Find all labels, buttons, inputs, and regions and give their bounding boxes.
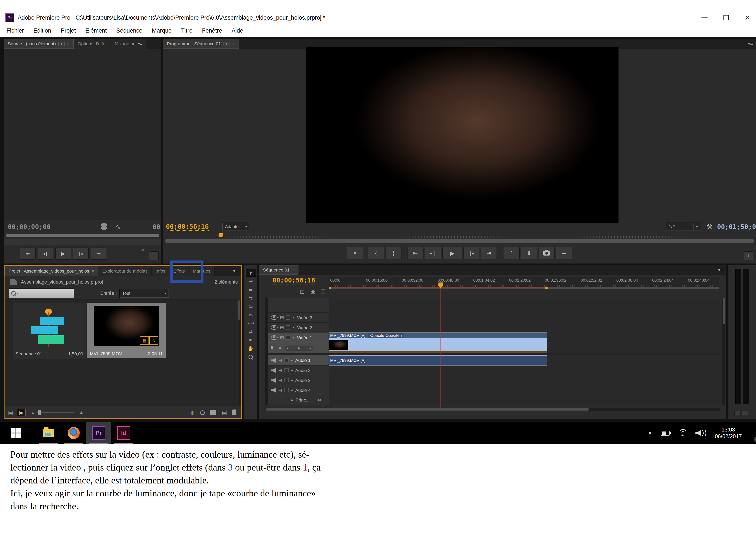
snap-toggle-icon[interactable]: ⊡	[300, 289, 305, 295]
track-lane-video-2[interactable]	[329, 323, 720, 333]
track-select-tool[interactable]: ⇥	[245, 277, 256, 285]
restore-button[interactable]	[723, 15, 729, 20]
track-lock-toggle[interactable]	[284, 378, 288, 382]
find-button[interactable]	[200, 410, 205, 415]
sequence-marker-icon[interactable]: ◉	[311, 289, 315, 295]
list-view-button[interactable]: ▤	[8, 409, 14, 416]
track-lock-toggle[interactable]	[286, 336, 290, 340]
tab-sequence-01[interactable]: Séquence 01 ×	[259, 265, 299, 275]
tab-infos[interactable]: Infos	[152, 266, 170, 276]
settings-wrench-icon[interactable]: ⚒	[706, 223, 712, 231]
track-lane-audio-4[interactable]	[329, 385, 720, 395]
sequence-tab-close-icon[interactable]: ×	[292, 268, 295, 272]
go-to-in-button[interactable]: ⇤	[20, 247, 36, 260]
razor-tool[interactable]: ✄	[245, 311, 256, 319]
toggle-track-output-icon[interactable]	[271, 378, 276, 383]
sync-lock-icon[interactable]: ⊟	[278, 368, 282, 373]
program-tab-close-icon[interactable]: ×	[232, 42, 235, 46]
project-item-clip[interactable]: ▦ ∿ MVI_7599.MOV 2:05:11	[87, 303, 166, 358]
step-back-button[interactable]: ◂❙	[425, 247, 441, 259]
go-to-in-button[interactable]: ⇤	[408, 247, 423, 259]
source-scrollbar[interactable]	[6, 234, 159, 237]
program-playhead-marker[interactable]	[219, 233, 223, 238]
toggle-track-output-icon[interactable]	[271, 315, 278, 320]
program-scrollbar[interactable]	[165, 239, 754, 242]
menu-projet[interactable]: Projet	[61, 27, 76, 34]
opacity-rubber-band[interactable]	[329, 341, 547, 341]
panel-menu-icon[interactable]: ▾≡	[138, 42, 143, 46]
timeline-ruler[interactable]: 00;00 00;00;16;00 00;00;32;00 00;00;48;0…	[329, 277, 719, 287]
timeline-v-scrollbar[interactable]	[722, 297, 725, 405]
sync-lock-icon[interactable]: ⊟	[280, 335, 284, 341]
taskbar-premiere[interactable]: Pr	[86, 422, 111, 444]
track-lock-toggle[interactable]	[286, 316, 290, 320]
tab-program[interactable]: Programme : Séquence 01 ▼ ×	[163, 39, 239, 49]
sync-lock-icon[interactable]: ⊟	[280, 315, 284, 321]
track-lock-toggle[interactable]	[284, 388, 288, 392]
timeline-video-clip[interactable]: MVI_7599.MOV [V] Opacité:Opacité ▾	[329, 332, 547, 353]
wifi-icon[interactable]	[678, 430, 687, 436]
menu-element[interactable]: Elément	[85, 27, 107, 34]
menu-aide[interactable]: Aide	[231, 27, 243, 34]
delete-button[interactable]	[232, 410, 236, 415]
slip-tool[interactable]: ⇤⇥	[245, 319, 256, 327]
timeline-audio-clip[interactable]: MVI_7599.MOV [A]	[329, 355, 547, 366]
track-header-video-3[interactable]: ⊟ ▸ Vidéo 3	[268, 313, 329, 323]
rolling-edit-tool[interactable]: ⇆	[245, 294, 256, 302]
track-lock-toggle[interactable]	[284, 358, 288, 362]
step-forward-button[interactable]: ❙▸	[463, 247, 479, 259]
toggle-track-output-icon[interactable]	[271, 388, 276, 393]
collapse-icon[interactable]: ▸	[291, 378, 293, 382]
track-header-audio-2[interactable]: ⊟ ▸ Audio 2	[268, 366, 329, 376]
menu-fichier[interactable]: Fichier	[7, 27, 24, 34]
taskbar-firefox[interactable]	[61, 422, 86, 444]
collapse-icon[interactable]: ▸	[291, 368, 293, 373]
play-button[interactable]: ▶	[55, 247, 71, 260]
volume-icon[interactable]	[695, 428, 706, 438]
collapse-icon[interactable]: ▸	[291, 398, 293, 402]
thumbnail-zoom-slider[interactable]	[37, 412, 74, 413]
taskbar-file-explorer[interactable]	[36, 422, 61, 444]
ripple-edit-tool[interactable]: ◂▸	[245, 286, 256, 294]
mark-in-button[interactable]: {	[368, 247, 384, 259]
program-mini-ruler[interactable]	[165, 233, 754, 238]
panel-menu-icon[interactable]: ▾≡	[745, 39, 756, 49]
track-video-1-options[interactable]: ◆ ◂ ◆ ▸	[268, 343, 329, 353]
track-lock-toggle[interactable]	[286, 325, 290, 329]
lift-button[interactable]: ⇑	[504, 247, 520, 259]
export-button[interactable]: ➦	[556, 247, 572, 259]
menu-titre[interactable]: Titre	[181, 27, 192, 34]
step-back-button[interactable]: ◂❙	[38, 247, 53, 260]
tab-project[interactable]: Projet : Assemblage_videos_pour_holos ×	[5, 266, 98, 276]
battery-icon[interactable]	[661, 431, 670, 436]
track-lane-master[interactable]	[329, 395, 720, 405]
filter-dropdown[interactable]: Tout▼	[120, 289, 169, 298]
menu-sequence[interactable]: Séquence	[116, 27, 143, 34]
next-keyframe-icon[interactable]: ▸	[310, 346, 311, 350]
project-scrollbar[interactable]	[238, 299, 241, 406]
meter-option-left[interactable]	[735, 410, 741, 416]
work-area-bar[interactable]	[329, 287, 719, 289]
more-buttons-chevron[interactable]: »	[141, 247, 145, 253]
tab-effect-controls[interactable]: Options d'effet	[74, 39, 111, 49]
audio-badge-icon[interactable]: ∿	[149, 336, 158, 345]
export-frame-button[interactable]	[539, 247, 554, 259]
collapse-icon[interactable]: ▸	[291, 388, 293, 392]
step-forward-button[interactable]: ❙▸	[73, 247, 89, 260]
show-keyframes-icon[interactable]: ◆	[279, 346, 281, 350]
hand-tool[interactable]: ✋	[245, 345, 256, 352]
close-button[interactable]: ×	[744, 14, 750, 21]
panel-menu-icon[interactable]: ▾≡	[715, 265, 726, 275]
project-tab-close-icon[interactable]: ×	[92, 269, 94, 274]
sync-lock-icon[interactable]: ⊟	[280, 325, 284, 330]
set-display-style-icon[interactable]	[271, 346, 276, 351]
keyframe-navigator[interactable]: ◂ ◆ ▸	[284, 345, 314, 351]
selection-tool[interactable]: ➤	[245, 269, 256, 277]
fit-dropdown[interactable]: Adapter▼	[222, 223, 249, 231]
track-lane-audio-3[interactable]	[329, 376, 720, 385]
rate-stretch-tool[interactable]: ↹	[245, 302, 256, 310]
drag-audio-icon[interactable]: ∿	[116, 223, 121, 231]
track-header-video-2[interactable]: ⊟ ▸ Vidéo 2	[268, 323, 329, 332]
toggle-track-output-icon[interactable]	[271, 335, 278, 340]
pen-tool[interactable]: ✒	[245, 336, 256, 344]
